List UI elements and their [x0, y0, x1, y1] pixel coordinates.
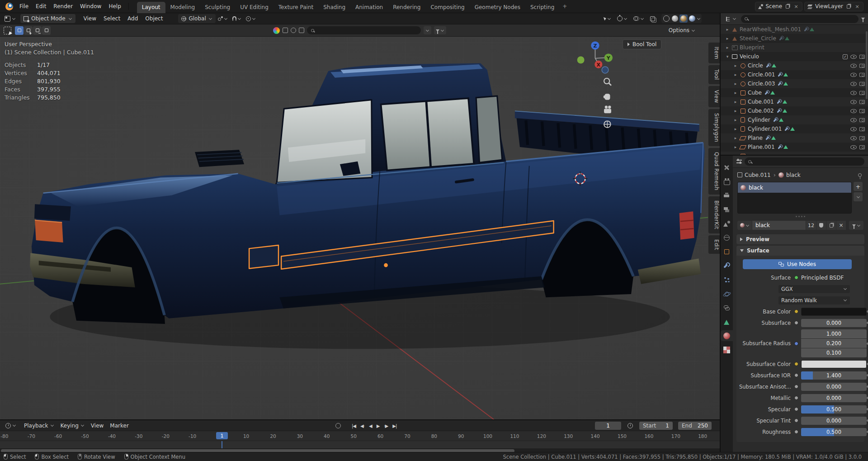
- tab-material[interactable]: [721, 330, 733, 341]
- expand-arrow-icon[interactable]: ▸: [733, 109, 738, 113]
- pivot-point-dropdown[interactable]: [216, 15, 230, 22]
- workspace-tab[interactable]: Sculpting: [200, 2, 235, 13]
- breadcrumb-material[interactable]: black: [786, 172, 801, 178]
- expand-arrow-icon[interactable]: ▸: [725, 45, 730, 50]
- distribution-dropdown[interactable]: GGX: [778, 285, 850, 293]
- properties-editor-icon[interactable]: [736, 159, 742, 164]
- asset-list-dropdown[interactable]: [424, 26, 431, 34]
- viewport-menu-item[interactable]: Add: [124, 14, 142, 23]
- delete-scene-button[interactable]: ×: [793, 3, 799, 10]
- expand-arrow-icon[interactable]: ▸: [733, 118, 738, 122]
- hide-eye-icon[interactable]: [850, 127, 857, 131]
- frame-end-field[interactable]: End250: [678, 422, 712, 430]
- bool-tool-panel[interactable]: Bool Tool: [623, 39, 661, 49]
- new-scene-button[interactable]: [784, 3, 791, 10]
- workspace-tab[interactable]: Scripting: [525, 2, 559, 13]
- wireframe-shading-button[interactable]: [663, 15, 670, 22]
- tab-object-data[interactable]: [721, 316, 733, 327]
- blender-logo-icon[interactable]: [5, 3, 13, 10]
- workspace-tab[interactable]: Rendering: [388, 2, 425, 13]
- jump-to-start-button[interactable]: |◀: [350, 423, 358, 429]
- subsurface-color-swatch[interactable]: [801, 360, 867, 368]
- expand-arrow-icon[interactable]: ▸: [725, 27, 730, 32]
- camera-view-icon[interactable]: [604, 106, 611, 114]
- viewport-menu-item[interactable]: Object: [142, 14, 166, 23]
- workspace-tab[interactable]: Modeling: [165, 2, 200, 13]
- outliner-search-input[interactable]: [741, 15, 859, 23]
- list-resize-grip[interactable]: [733, 214, 868, 219]
- specular-tint-slider[interactable]: 0.000: [801, 417, 867, 425]
- timeline-menu-item[interactable]: Marker: [107, 421, 132, 430]
- expand-arrow-icon[interactable]: ▸: [733, 145, 738, 149]
- expand-arrow-icon[interactable]: ▸: [733, 63, 738, 68]
- next-keyframe-button[interactable]: ·▶: [382, 423, 390, 429]
- disable-render-camera-icon[interactable]: [859, 109, 865, 113]
- tab-scene[interactable]: [721, 218, 733, 229]
- scene-selector[interactable]: Scene ×: [755, 2, 802, 11]
- tab-modifiers[interactable]: [721, 260, 733, 271]
- tab-tool[interactable]: [721, 162, 733, 173]
- subsurface-anisotropy-slider[interactable]: 0.000: [801, 383, 867, 391]
- overlays-dropdown[interactable]: [631, 15, 646, 22]
- editor-type-button[interactable]: [3, 15, 18, 23]
- new-viewlayer-button[interactable]: [845, 3, 852, 10]
- material-slot[interactable]: black: [738, 182, 851, 193]
- outliner-row[interactable]: ▸ Blueprint: [721, 43, 868, 52]
- outliner-item-name[interactable]: Circle.001: [748, 71, 775, 78]
- add-workspace-button[interactable]: +: [559, 1, 570, 12]
- outliner-editor-type-button[interactable]: [724, 15, 738, 23]
- tab-physics[interactable]: [721, 288, 733, 299]
- topbar-menu-item[interactable]: Render: [50, 1, 76, 11]
- xray-toggle[interactable]: [648, 15, 657, 22]
- subsurface-slider[interactable]: 0.000: [801, 319, 867, 327]
- scene-name[interactable]: Scene: [765, 3, 782, 10]
- unlink-material-button[interactable]: ×: [836, 221, 846, 230]
- select-mode-extend-button[interactable]: [24, 26, 33, 35]
- outliner-item-name[interactable]: Cube: [748, 90, 762, 96]
- hide-eye-icon[interactable]: [850, 64, 857, 68]
- outliner-item-name[interactable]: Steelie_Circle: [740, 35, 776, 42]
- sidebar-tab[interactable]: BlenderKit: [708, 196, 720, 234]
- outliner-item-name[interactable]: RearWheelL_Mesh.001: [740, 26, 801, 33]
- selected-fender-trim[interactable]: [249, 245, 278, 268]
- tab-render[interactable]: [721, 176, 733, 187]
- outliner-row[interactable]: ▸ Circle.003: [721, 79, 868, 88]
- material-name-field[interactable]: black: [752, 221, 806, 230]
- snap-dropdown[interactable]: [230, 15, 244, 22]
- workspace-tab[interactable]: Animation: [350, 2, 388, 13]
- tab-output[interactable]: [721, 190, 733, 201]
- outliner-scrollbar[interactable]: [866, 31, 868, 99]
- specular-slider[interactable]: 0.500: [801, 405, 867, 413]
- subsurface-radius-fields[interactable]: 1.000 0.200 0.100: [801, 329, 867, 357]
- timeline-menu-item[interactable]: Playback: [21, 421, 57, 430]
- hide-eye-icon[interactable]: [850, 55, 857, 59]
- remove-viewlayer-button[interactable]: ×: [854, 3, 860, 10]
- gizmos-dropdown[interactable]: [615, 15, 630, 22]
- box-select-tool-icon[interactable]: [4, 27, 11, 34]
- properties-search-input[interactable]: [745, 157, 864, 166]
- outliner-item-name[interactable]: Cylinder: [748, 117, 770, 123]
- hide-eye-icon[interactable]: [850, 109, 857, 113]
- hide-eye-icon[interactable]: [850, 136, 857, 140]
- workspace-tab[interactable]: Texture Paint: [274, 2, 318, 13]
- topbar-menu-item[interactable]: Window: [76, 1, 105, 11]
- subsurface-ior-slider[interactable]: 1.400: [801, 371, 867, 380]
- disable-render-camera-icon[interactable]: [859, 82, 865, 86]
- topbar-menu-item[interactable]: File: [16, 1, 32, 11]
- outliner-row[interactable]: ▸ RearWheelL_Mesh.001: [721, 25, 868, 34]
- expand-arrow-icon[interactable]: ▸: [733, 72, 738, 77]
- asset-search-input[interactable]: [307, 26, 421, 34]
- base-color-swatch[interactable]: [801, 308, 867, 316]
- disable-render-camera-icon[interactable]: [859, 118, 865, 122]
- outliner-filter-icon[interactable]: [861, 18, 865, 20]
- metallic-slider[interactable]: 0.000: [801, 394, 867, 402]
- surface-panel-header[interactable]: Surface: [736, 246, 864, 256]
- disable-render-camera-icon[interactable]: [859, 64, 865, 68]
- disable-render-camera-icon[interactable]: [859, 100, 865, 104]
- hide-eye-icon[interactable]: [850, 145, 857, 149]
- workspace-tab[interactable]: Geometry Nodes: [470, 2, 525, 13]
- outliner-row[interactable]: ▸ Cylinder.001: [721, 124, 868, 133]
- expand-arrow-icon[interactable]: ▸: [733, 100, 738, 104]
- select-mode-invert-button[interactable]: [42, 26, 51, 35]
- material-preview-shading-button[interactable]: [680, 15, 687, 22]
